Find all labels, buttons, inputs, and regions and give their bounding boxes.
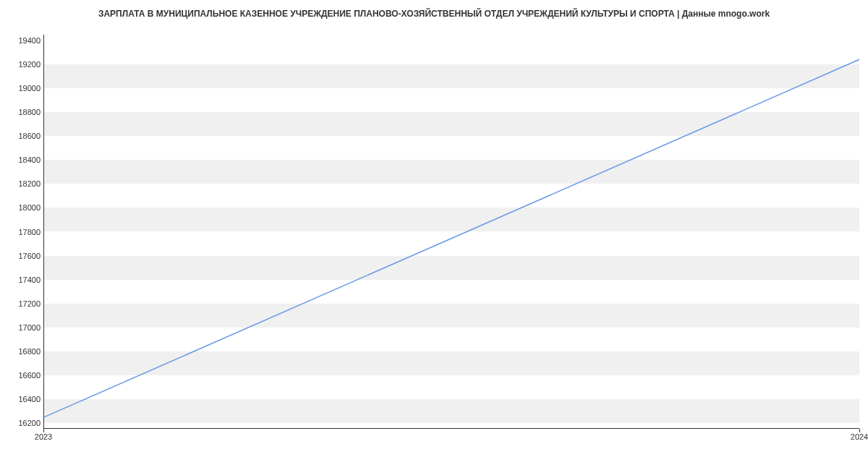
y-tick-label: 19000	[6, 84, 41, 93]
y-tick-label: 16400	[6, 395, 41, 403]
y-tick-label: 17600	[6, 252, 41, 260]
y-tick-label: 16600	[6, 371, 41, 380]
y-tick-label: 18800	[6, 108, 41, 116]
y-tick-label: 18000	[6, 203, 41, 212]
y-tick-label: 19200	[6, 60, 41, 69]
line-series	[44, 35, 859, 428]
y-tick-label: 18400	[6, 155, 41, 164]
y-tick-label: 18600	[6, 132, 41, 140]
y-tick-label: 18200	[6, 179, 41, 188]
y-tick-label: 17400	[6, 275, 41, 284]
y-tick-label: 17800	[6, 228, 41, 236]
plot-area	[43, 35, 859, 429]
y-tick-label: 16200	[6, 419, 41, 427]
x-tick-label: 2024	[851, 432, 868, 441]
y-tick-label: 19400	[6, 36, 41, 45]
y-tick-label: 17200	[6, 299, 41, 308]
y-tick-label: 17000	[6, 323, 41, 332]
x-tick-label: 2023	[35, 432, 52, 441]
chart-title: ЗАРПЛАТА В МУНИЦИПАЛЬНОЕ КАЗЕННОЕ УЧРЕЖД…	[0, 9, 868, 19]
y-tick-label: 16800	[6, 347, 41, 356]
